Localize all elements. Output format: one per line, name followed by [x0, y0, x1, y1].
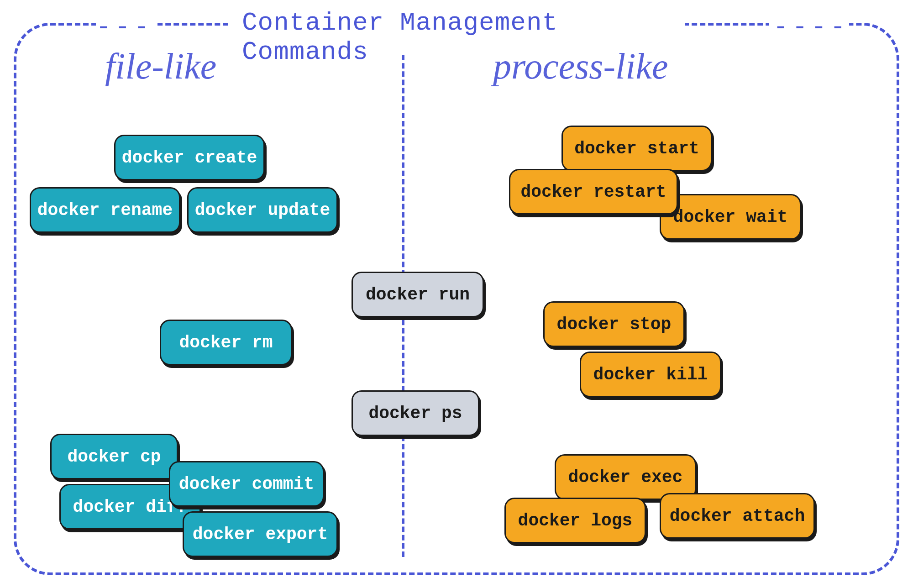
- cmd-docker-export: docker export: [183, 511, 338, 557]
- section-process-like-title: process-like: [493, 46, 668, 87]
- cmd-docker-logs: docker logs: [504, 498, 646, 543]
- cmd-docker-commit: docker commit: [169, 461, 324, 507]
- title-dash-right: ----: [769, 13, 849, 42]
- section-file-like-title: file-like: [105, 46, 216, 87]
- cmd-docker-attach: docker attach: [660, 493, 815, 539]
- cmd-docker-rm: docker rm: [160, 320, 292, 365]
- title-dash-left: ---: [96, 13, 157, 42]
- cmd-docker-rename: docker rename: [30, 187, 180, 233]
- cmd-docker-create: docker create: [114, 135, 265, 180]
- cmd-docker-kill: docker kill: [580, 352, 721, 397]
- cmd-docker-cp: docker cp: [50, 434, 178, 479]
- cmd-docker-update: docker update: [187, 187, 338, 233]
- cmd-docker-restart: docker restart: [509, 169, 678, 215]
- cmd-docker-run: docker run: [352, 272, 484, 317]
- cmd-docker-stop: docker stop: [543, 301, 685, 347]
- cmd-docker-ps: docker ps: [352, 390, 479, 436]
- cmd-docker-wait: docker wait: [660, 194, 801, 240]
- cmd-docker-start: docker start: [561, 126, 712, 171]
